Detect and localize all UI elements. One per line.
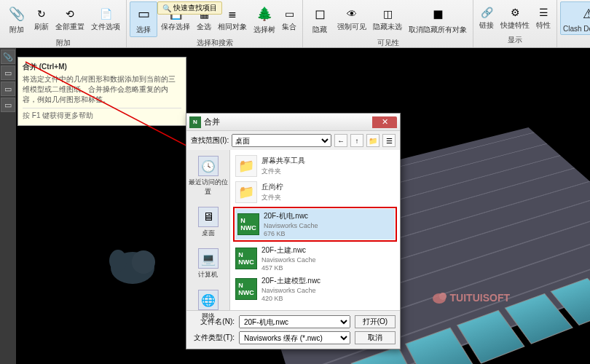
button-label: 快捷特性: [500, 20, 530, 31]
places-bar: 🕓最近访问的位置🖥桌面💻计算机🌐网络: [186, 150, 230, 310]
filetype-label: 文件类型(T):: [191, 333, 235, 343]
close-button[interactable]: ✕: [372, 116, 397, 128]
ribbon-隐藏-button[interactable]: ◻隐藏: [306, 1, 334, 37]
button-label: 链接: [479, 20, 494, 31]
ribbon-集合-button[interactable]: ▭集合: [279, 1, 299, 37]
ribbon-刷新-button[interactable]: ↻刷新: [31, 1, 52, 37]
place-icon: 🕓: [198, 156, 219, 176]
button-icon: ☰: [536, 5, 551, 20]
tooltip-title: 合并 (Ctrl+M): [23, 62, 181, 72]
button-icon: ≣: [225, 7, 240, 21]
ribbon-选择树-button[interactable]: 🌲选择树: [251, 1, 278, 37]
button-icon: 🔗: [479, 5, 494, 20]
ribbon-取消隐藏所有对象-button[interactable]: ◼取消隐藏所有对象: [406, 1, 470, 37]
ribbon-toolbar: 📎附加↻刷新⟲全部重置📄文件选项附加▭选择💾保存选择▦全选≣相同对象🌲选择树▭集…: [0, 0, 590, 48]
file-item[interactable]: NNWC20F-土建.nwcNavisworks Cache457 KB: [233, 243, 397, 274]
nwc-file-icon: NNWC: [235, 278, 257, 300]
file-list[interactable]: 📁屏幕共享工具文件夹📁丘尚柠文件夹NNWC20F-机电.nwcNaviswork…: [230, 150, 400, 310]
button-icon: ◼: [428, 4, 448, 24]
sidebar-btn[interactable]: ▭: [1, 66, 15, 80]
sidebar-btn[interactable]: ▭: [1, 82, 15, 96]
quick-find-hint[interactable]: 🔍 快速查找项目: [157, 1, 222, 15]
button-label: 集合: [282, 22, 296, 32]
button-icon: ◫: [380, 7, 395, 21]
navisworks-icon: N: [189, 116, 201, 128]
file-type: 文件夹: [261, 167, 305, 176]
file-item[interactable]: NNWC20F-土建模型.nwcNavisworks Cache420 KB: [233, 274, 397, 304]
file-item[interactable]: NNWC20F-机电.nwcNavisworks Cache676 KB: [235, 209, 395, 240]
filename-field[interactable]: 20F-机电.nwc: [239, 315, 350, 328]
lookin-dropdown[interactable]: 桌面: [232, 134, 331, 147]
tooltip-help-hint: 按 F1 键获得更多帮助: [23, 108, 181, 121]
place-最近访问的位置[interactable]: 🕓最近访问的位置: [186, 154, 229, 198]
button-label: 特性: [536, 20, 551, 31]
button-label: 全部重置: [55, 22, 84, 32]
dialog-nav-row: 查找范围(I): 桌面 ← ↑ 📁 ☰: [186, 131, 400, 150]
back-icon[interactable]: ←: [334, 134, 347, 147]
nwc-file-icon: NNWC: [235, 248, 257, 269]
ribbon-强制可见-button[interactable]: 👁强制可见: [334, 1, 369, 37]
button-icon: ↻: [34, 7, 49, 21]
ribbon-特性-button[interactable]: ☰特性: [533, 1, 554, 34]
button-label: 附加: [9, 25, 24, 35]
cancel-button[interactable]: 取消: [355, 331, 396, 344]
dialog-titlebar[interactable]: N 合并 ✕: [186, 114, 400, 131]
button-icon: ⚠: [578, 4, 590, 24]
view-icon[interactable]: ☰: [382, 134, 396, 147]
file-type: Navisworks Cache: [264, 222, 318, 229]
dialog-title-text: 合并: [204, 116, 220, 127]
ribbon-全部重置-button[interactable]: ⟲全部重置: [52, 1, 87, 37]
file-item[interactable]: 📁丘尚柠文件夹: [233, 179, 397, 205]
search-icon: 🔍: [162, 4, 171, 12]
file-type: 文件夹: [261, 193, 283, 202]
ribbon-选择-button[interactable]: ▭选择: [130, 1, 157, 37]
merge-file-dialog: N 合并 ✕ 查找范围(I): 桌面 ← ↑ 📁 ☰ 🕓最近访问的位置🖥桌面💻计…: [186, 113, 401, 349]
place-桌面[interactable]: 🖥桌面: [197, 205, 220, 240]
button-icon: 🌲: [254, 4, 275, 24]
elephant-watermark: [103, 239, 162, 291]
up-icon[interactable]: ↑: [350, 134, 363, 147]
sidebar-btn[interactable]: ▭: [1, 98, 15, 112]
hint-label: 快速查找项目: [173, 3, 217, 13]
file-size: 457 KB: [261, 264, 316, 272]
file-name: 20F-机电.nwc: [264, 211, 318, 221]
file-type: Navisworks Cache: [261, 287, 320, 294]
group-label: 显示: [476, 34, 554, 46]
newfolder-icon[interactable]: 📁: [366, 134, 379, 147]
sidebar-append-button[interactable]: 📎: [1, 50, 15, 64]
svg-point-1: [109, 250, 127, 272]
text-watermark: TUITUISOFT: [431, 290, 510, 306]
button-icon: 📎: [7, 4, 27, 24]
place-label: 计算机: [198, 270, 218, 280]
place-计算机[interactable]: 💻计算机: [197, 247, 220, 281]
group-label: 可见性: [306, 37, 470, 49]
highlighted-file: NNWC20F-机电.nwcNavisworks Cache676 KB: [233, 207, 397, 242]
left-sidebar: 📎 ▭ ▭ ▭: [0, 48, 16, 364]
button-label: 选择: [136, 25, 151, 35]
ribbon-快捷特性-button[interactable]: ⚙快捷特性: [497, 1, 532, 34]
group-label: 选择和搜索: [130, 37, 299, 49]
folder-icon: 📁: [235, 181, 257, 203]
button-label: 隐藏未选: [373, 22, 402, 32]
ribbon-clash-detective-button[interactable]: ⚠Clash Detective: [560, 1, 590, 35]
file-item[interactable]: 📁屏幕共享工具文件夹: [233, 153, 397, 179]
place-label: 桌面: [202, 229, 215, 238]
button-icon: ⚙: [508, 5, 522, 20]
ribbon-隐藏未选-button[interactable]: ◫隐藏未选: [370, 1, 405, 37]
file-size: 676 KB: [264, 230, 318, 237]
ribbon-链接-button[interactable]: 🔗链接: [476, 1, 497, 34]
filetype-dropdown[interactable]: Navisworks 缓存 (*.nwc): [239, 331, 350, 344]
file-size: 420 KB: [261, 295, 320, 302]
group-label: 工具: [560, 35, 590, 47]
button-icon: ◻: [310, 4, 330, 24]
ribbon-附加-button[interactable]: 📎附加: [3, 1, 31, 37]
ribbon-文件选项-button[interactable]: 📄文件选项: [88, 1, 123, 37]
button-label: 强制可见: [337, 22, 366, 32]
file-name: 屏幕共享工具: [261, 156, 305, 166]
open-button[interactable]: 打开(O): [355, 315, 396, 328]
button-label: 全选: [197, 22, 211, 32]
merge-tooltip: 合并 (Ctrl+M) 将选定文件中的几何图形和数据添加到当前的三维模型或二维图…: [17, 57, 186, 126]
button-icon: ⟲: [63, 7, 77, 21]
filename-label: 文件名(N):: [191, 317, 235, 327]
dialog-footer: 文件名(N): 20F-机电.nwc 打开(O) 文件类型(T): Navisw…: [186, 310, 400, 349]
